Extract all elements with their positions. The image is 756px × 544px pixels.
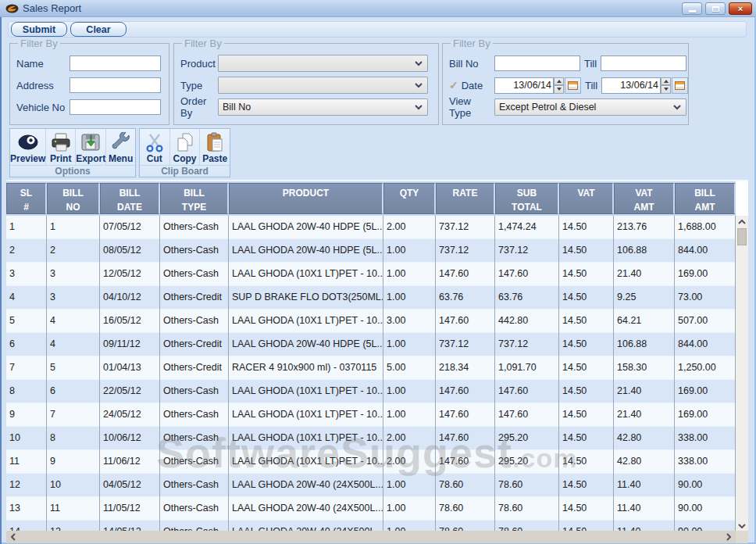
window-title: Sales Report	[23, 2, 81, 14]
cut-button[interactable]: Cut	[140, 129, 170, 165]
table-cell: 147.60	[495, 263, 559, 286]
table-row[interactable]: 3312/05/12Others-CashLAAL GHODA (10X1 LT…	[6, 263, 736, 286]
scroll-up-button[interactable]	[736, 216, 748, 228]
table-cell: 507.00	[675, 310, 736, 333]
table-cell: RACER 4 910x900 ml) - 0370115	[229, 356, 383, 380]
menu-button[interactable]: Menu	[106, 129, 135, 165]
table-cell: 22/05/12	[100, 380, 160, 403]
table-cell: 147.60	[436, 380, 495, 403]
column-header-qty[interactable]: QTY	[383, 183, 436, 214]
column-header-bill-type[interactable]: BILLTYPE	[160, 183, 229, 214]
bill-no-till-input[interactable]	[601, 55, 686, 71]
table-cell: 147.60	[436, 263, 495, 286]
spinner-down-button[interactable]	[554, 85, 564, 94]
column-header-bill-no[interactable]: BILLNO	[47, 183, 100, 214]
horizontal-scrollbar[interactable]	[6, 531, 748, 543]
table-cell: 5	[6, 310, 47, 333]
spinner-up-button[interactable]	[661, 77, 671, 86]
date-till-field[interactable]: 13/06/14	[601, 77, 661, 94]
bill-no-from-input[interactable]	[494, 55, 580, 71]
table-cell: 169.00	[675, 380, 736, 403]
clear-button[interactable]: Clear	[70, 22, 127, 37]
vehicle-no-input[interactable]	[70, 99, 161, 115]
table-cell: 14.50	[559, 356, 614, 380]
column-header-bill-date[interactable]: BILLDATE	[100, 183, 160, 214]
view-type-dropdown[interactable]: Except Petrol & Diesel	[494, 98, 686, 116]
address-input[interactable]	[70, 77, 161, 93]
vertical-scroll-thumb[interactable]	[737, 228, 747, 245]
table-cell: 90.00	[675, 497, 736, 521]
column-header-bill-amt[interactable]: BILLAMT	[675, 183, 736, 214]
table-cell: 1.00	[383, 497, 436, 521]
spinner-down-button[interactable]	[661, 85, 671, 94]
table-row[interactable]: 4304/10/12Others-CreditSUP D BRAKE FLO D…	[6, 286, 736, 310]
table-cell: 04/10/12	[100, 286, 160, 310]
product-dropdown[interactable]	[218, 55, 428, 72]
horizontal-scroll-track[interactable]	[20, 531, 722, 543]
table-row[interactable]: 6409/11/12Others-CreditLAAL GHODA 20W-40…	[6, 333, 736, 356]
table-cell: 04/05/12	[100, 474, 160, 497]
type-dropdown[interactable]	[218, 77, 428, 94]
export-button[interactable]: Export	[76, 129, 106, 165]
table-cell: 147.60	[495, 403, 559, 427]
chevron-down-icon	[673, 105, 681, 110]
column-header-rate[interactable]: RATE	[436, 183, 495, 214]
table-cell: Others-Cash	[160, 427, 229, 450]
preview-button[interactable]: Preview	[10, 129, 46, 165]
table-cell: LAAL GHODA (10X1 LT)PET - 10...	[229, 450, 383, 474]
table-cell: 2	[6, 239, 47, 263]
table-header-row: SL#BILLNOBILLDATEBILLTYPEPRODUCTQTYRATES…	[6, 181, 736, 216]
filter-group-name-legend: Filter By	[18, 38, 60, 49]
table-cell: 2.00	[383, 216, 436, 239]
table-cell: 8	[6, 380, 47, 403]
table-row[interactable]: 131111/05/12Others-CashLAAL GHODA 20W-40…	[6, 497, 736, 521]
scrollbar-corner	[736, 531, 748, 543]
date-from-field[interactable]: 13/06/14	[494, 77, 554, 94]
column-header-vat-amt[interactable]: VATAMT	[614, 183, 675, 214]
table-row[interactable]: 2208/05/12Others-CashLAAL GHODA 20W-40 H…	[6, 239, 736, 263]
column-header-product[interactable]: PRODUCT	[229, 183, 383, 214]
toolbar-clipboard-group: Cut Copy Paste Clip Board	[139, 128, 230, 177]
submit-button[interactable]: Submit	[11, 22, 67, 37]
table-row[interactable]: 9724/05/12Others-CashLAAL GHODA (10X1 LT…	[6, 403, 736, 427]
minimize-button[interactable]	[682, 2, 702, 15]
table-cell: 737.12	[495, 239, 559, 263]
table-cell: 12/05/12	[100, 263, 160, 286]
table-row[interactable]: 121004/05/12Others-CashLAAL GHODA 20W-40…	[6, 474, 736, 497]
paste-button[interactable]: Paste	[200, 129, 230, 165]
table-cell: 213.76	[614, 216, 675, 239]
table-cell: LAAL GHODA 20W-40 HDPE (5L...	[229, 239, 383, 263]
column-header-vat[interactable]: VAT	[559, 183, 614, 214]
column-header-sl-[interactable]: SL#	[6, 183, 47, 214]
date-from-calendar-button[interactable]	[565, 77, 581, 94]
table-cell: Others-Credit	[160, 286, 229, 310]
print-button[interactable]: Print	[46, 129, 76, 165]
table-cell: 12	[6, 474, 47, 497]
name-input[interactable]	[70, 55, 161, 71]
scroll-left-button[interactable]	[6, 531, 20, 543]
maximize-button[interactable]	[705, 2, 726, 15]
table-row[interactable]: 5416/05/12Others-CashLAAL GHODA (10X1 LT…	[6, 310, 736, 333]
table-row[interactable]: 8622/05/12Others-CashLAAL GHODA (10X1 LT…	[6, 380, 736, 403]
table-cell: 14.50	[559, 474, 614, 497]
column-header-sub-total[interactable]: SUBTOTAL	[495, 183, 559, 214]
table-row[interactable]: 10810/06/12Others-CashLAAL GHODA (10X1 L…	[6, 427, 736, 450]
table-row[interactable]: 7501/04/13Others-CreditRACER 4 910x900 m…	[6, 356, 736, 380]
table-cell: 147.60	[436, 310, 495, 333]
order-by-dropdown[interactable]: Bill No	[218, 98, 428, 116]
date-till-calendar-button[interactable]	[672, 77, 688, 94]
table-row[interactable]: 1107/05/12Others-CashLAAL GHODA 20W-40 H…	[6, 216, 736, 239]
spinner-up-button[interactable]	[554, 77, 564, 86]
table-cell: 08/05/12	[100, 239, 160, 263]
table-cell: SUP D BRAKE FLO DOT3(250ML...	[229, 286, 383, 310]
date-checkbox[interactable]: ✓	[449, 79, 458, 91]
scroll-right-button[interactable]	[722, 531, 736, 543]
table-cell: LAAL GHODA (10X1 LT)PET - 10...	[229, 380, 383, 403]
options-group-title: Options	[10, 165, 135, 177]
toolbar-options-group: Preview Print Export Menu Optio	[9, 128, 136, 177]
printer-icon	[50, 131, 72, 154]
close-button[interactable]: ×	[729, 2, 752, 15]
copy-button[interactable]: Copy	[170, 129, 201, 165]
vertical-scrollbar[interactable]	[736, 216, 748, 532]
table-row[interactable]: 11911/06/12Others-CashLAAL GHODA (10X1 L…	[6, 450, 736, 474]
